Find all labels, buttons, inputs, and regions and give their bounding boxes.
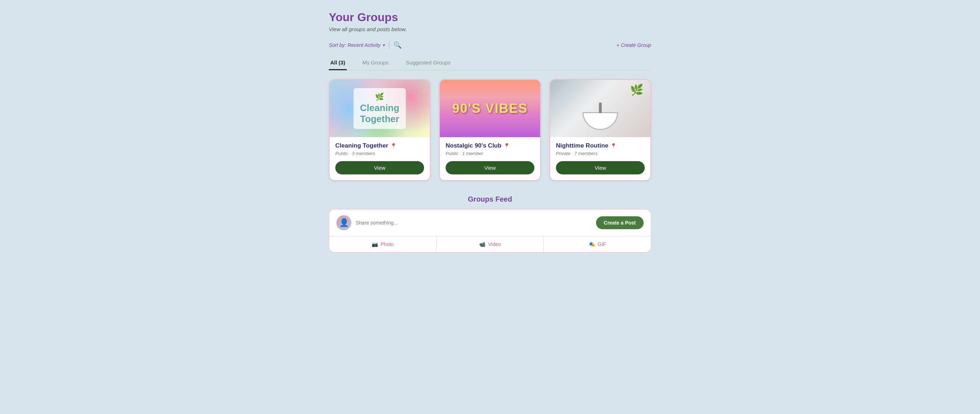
search-button[interactable]: 🔍 [394,41,401,49]
bathtub-shape [582,112,618,130]
group-name-cleaning: Cleaning Together [335,142,388,149]
pin-icon-90s: 📍 [504,143,510,149]
tab-all[interactable]: All (3) [329,57,347,70]
page-subtitle: View all groups and posts below. [329,26,651,32]
groups-grid: 🌿 CleaningTogether Cleaning Together 📍 P… [329,79,651,181]
gif-button[interactable]: 🎭 GIF [544,236,651,252]
toolbar: Sort by: Recent Activity ▾ 🔍 + Create Gr… [329,41,651,49]
tab-suggested-groups[interactable]: Suggested Groups [404,57,452,70]
90s-image-text: 90'S VIBES [452,101,528,116]
group-meta-90s: Public · 1 member [445,151,535,156]
post-input[interactable] [356,220,592,226]
group-image-90s: 90'S VIBES [440,80,540,137]
cleaning-image-title: CleaningTogether [360,102,399,125]
video-button[interactable]: 📹 Video [437,236,544,252]
post-composer-bottom: 📷 Photo 📹 Video 🎭 GIF [329,236,651,252]
video-label: Video [488,241,501,247]
post-composer: 👤 Create a Post 📷 Photo 📹 Video 🎭 GIF [329,209,651,253]
photo-label: Photo [381,241,394,247]
groups-feed-section: Groups Feed 👤 Create a Post 📷 Photo 📹 Vi… [329,195,651,253]
create-group-button[interactable]: + Create Group [616,42,651,48]
group-meta-cleaning: Public · 3 members [335,151,424,156]
chevron-down-icon: ▾ [383,43,385,48]
avatar: 👤 [336,215,352,230]
group-card-90s: 90'S VIBES Nostalgic 90's Club 📍 Public … [439,79,541,181]
leaf-icon: 🌿 [360,92,399,101]
group-name-nighttime: Nighttime Routine [556,142,608,149]
search-icon: 🔍 [394,41,401,49]
group-card-nighttime: 🌿 Nighttime Routine 📍 Private · 7 member… [549,79,651,181]
groups-feed-title: Groups Feed [329,195,651,204]
sort-button[interactable]: Sort by: Recent Activity ▾ [329,42,385,48]
toolbar-divider [389,41,389,49]
group-name-90s: Nostalgic 90's Club [445,142,501,149]
toolbar-left: Sort by: Recent Activity ▾ 🔍 [329,41,401,49]
tabs-container: All (3) My Groups Suggested Groups [329,57,651,70]
page-title: Your Groups [329,11,651,24]
view-button-nighttime[interactable]: View [556,161,645,174]
tab-my-groups[interactable]: My Groups [361,57,390,70]
group-image-nighttime: 🌿 [550,80,651,137]
pin-icon-nighttime: 📍 [610,143,616,149]
create-post-button[interactable]: Create a Post [596,216,644,229]
view-button-90s[interactable]: View [445,161,535,174]
gif-icon: 🎭 [589,241,595,247]
pin-icon-cleaning: 📍 [390,143,396,149]
group-card-cleaning: 🌿 CleaningTogether Cleaning Together 📍 P… [329,79,431,181]
view-button-cleaning[interactable]: View [335,161,424,174]
plant-icon: 🌿 [630,83,643,96]
group-meta-nighttime: Private · 7 members [556,151,645,156]
video-icon: 📹 [479,241,485,247]
photo-icon: 📷 [372,241,378,247]
page-container: Your Groups View all groups and posts be… [329,11,651,253]
photo-button[interactable]: 📷 Photo [329,236,437,252]
group-image-cleaning: 🌿 CleaningTogether [329,80,430,137]
sort-label: Sort by: Recent Activity [329,42,380,48]
gif-label: GIF [598,241,606,247]
